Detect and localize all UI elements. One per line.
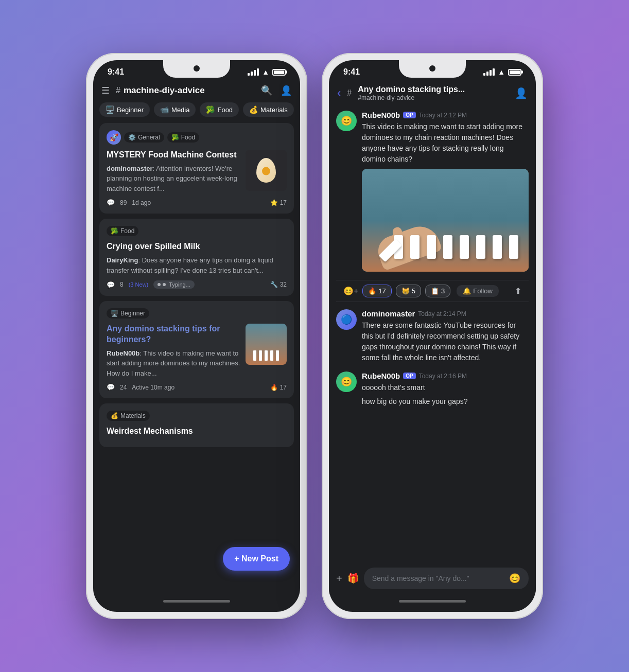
members-icon-right[interactable]: 👤 bbox=[515, 87, 528, 99]
post-card-spilled-milk[interactable]: 🥦 Food Crying over Spilled Milk DairyKin… bbox=[99, 219, 294, 296]
domino-8 bbox=[509, 235, 518, 259]
post-tags-1: 🚀 ⚙️ General 🥦 Food bbox=[107, 130, 287, 145]
post-footer-2: 💬 8 (3 New) Typing... 🔧 32 bbox=[107, 280, 287, 289]
comment-icon-2: 💬 bbox=[107, 281, 115, 289]
domino-scene bbox=[362, 169, 529, 272]
post-title-4: Weirdest Mechanisms bbox=[107, 426, 287, 437]
status-time-left: 9:41 bbox=[108, 67, 124, 77]
post-preview-1: dominomaster: Attention inventors! We're… bbox=[107, 164, 240, 194]
filter-tab-food[interactable]: 🥦 Food bbox=[200, 102, 239, 117]
domino-6 bbox=[476, 235, 485, 259]
beginner-tag-icon: 🖥️ bbox=[111, 310, 118, 317]
share-button[interactable]: ⬆ bbox=[515, 286, 521, 296]
new-post-button[interactable]: + New Post bbox=[223, 547, 290, 571]
dominoes-row bbox=[377, 235, 518, 259]
fire-emoji-3: 🔥 bbox=[270, 384, 278, 391]
author-rubennob-1: RubeN00b bbox=[362, 111, 400, 119]
egg-yolk bbox=[262, 167, 270, 175]
fire-emoji: 🔥 bbox=[368, 287, 376, 295]
members-icon[interactable]: 👤 bbox=[281, 85, 292, 96]
signal-icon-right bbox=[483, 68, 495, 76]
message-text-3b: how big do you make your gaps? bbox=[362, 396, 529, 407]
new-comments-2: (3 New) bbox=[129, 281, 149, 288]
typing-dot-1 bbox=[158, 283, 161, 286]
post-title-1: MYSTERY Food Machine Contest bbox=[107, 150, 240, 161]
reaction-clipboard[interactable]: 📋 3 bbox=[425, 285, 450, 297]
cat-emoji: 😸 bbox=[401, 287, 410, 295]
post-text-2: Crying over Spilled Milk DairyKing: Does… bbox=[107, 241, 287, 275]
message-input-bar: + 🎁 Send a message in "Any do..." 😊 bbox=[329, 562, 536, 594]
back-button[interactable]: ‹ bbox=[337, 86, 341, 100]
follow-button[interactable]: 🔔 Follow bbox=[457, 285, 499, 297]
post-tag-food-2: 🥦 Food bbox=[107, 226, 138, 236]
media-tab-label: Media bbox=[171, 106, 189, 114]
menu-icon[interactable]: ☰ bbox=[101, 85, 110, 96]
post-author-3: RubeN00b bbox=[107, 349, 139, 357]
typing-text: Typing... bbox=[169, 281, 190, 288]
post-preview-2: DairyKing: Does anyone have any tips on … bbox=[107, 255, 287, 275]
reaction-cat[interactable]: 😸 5 bbox=[396, 285, 421, 297]
home-bar-line-left bbox=[163, 600, 230, 603]
thread-header: ‹ # Any domino stacking tips... #machine… bbox=[329, 81, 536, 107]
post-title-3: Any domino stacking tips for beginners? bbox=[107, 324, 240, 345]
signal-icon bbox=[248, 68, 259, 76]
post-card-mystery-food[interactable]: 🚀 ⚙️ General 🥦 Food MYSTERY Food Machine bbox=[99, 123, 294, 214]
right-phone: 9:41 ▲ ‹ # Any domino stacking bbox=[322, 53, 543, 619]
home-bar-left bbox=[93, 594, 300, 612]
gift-icon[interactable]: 🎁 bbox=[347, 573, 359, 584]
thread-subtitle: #machine-diy-advice bbox=[358, 94, 509, 101]
avatar-rubennob-2: 😊 bbox=[336, 372, 357, 392]
filter-tab-media[interactable]: 📹 Media bbox=[154, 102, 196, 117]
post-text-3: Any domino stacking tips for beginners? … bbox=[107, 324, 240, 378]
thumb-domino-2 bbox=[259, 350, 262, 361]
filter-tab-materials[interactable]: 💰 Materials bbox=[243, 102, 294, 117]
filter-tab-beginner[interactable]: 🖥️ Beginner bbox=[99, 102, 150, 117]
message-text-3a: oooooh that's smart bbox=[362, 382, 529, 393]
comment-count-3: 24 bbox=[120, 384, 127, 391]
domino-5 bbox=[460, 235, 469, 259]
emoji-picker-icon[interactable]: 😊 bbox=[509, 573, 520, 584]
battery-icon-right bbox=[508, 69, 521, 76]
add-reaction-btn[interactable]: 😊+ bbox=[343, 286, 358, 296]
status-icons-left: ▲ bbox=[248, 68, 286, 76]
avatar-dominomaster: 🔵 bbox=[336, 309, 357, 330]
comment-count-1: 89 bbox=[120, 199, 127, 206]
reaction-fire[interactable]: 🔥 17 bbox=[362, 285, 391, 297]
domino-7 bbox=[493, 235, 502, 259]
post-tags-2: 🥦 Food bbox=[107, 226, 287, 236]
food-tab-icon: 🥦 bbox=[206, 105, 215, 114]
post-card-materials[interactable]: 💰 Materials Weirdest Mechanisms bbox=[99, 403, 294, 447]
post-card-domino[interactable]: 🖥️ Beginner Any domino stacking tips for… bbox=[99, 301, 294, 398]
post-author-2: DairyKing bbox=[107, 256, 138, 264]
message-placeholder: Send a message in "Any do..." bbox=[372, 574, 509, 582]
channel-name-text: machine-diy-advice bbox=[124, 85, 205, 96]
message-input-field[interactable]: Send a message in "Any do..." 😊 bbox=[364, 568, 529, 589]
channel-name: # machine-diy-advice bbox=[116, 85, 255, 96]
thumb-domino-5 bbox=[276, 350, 279, 361]
food-tag-icon-2: 🥦 bbox=[111, 227, 118, 235]
thumb-domino-3 bbox=[265, 350, 268, 361]
thread-icon: # bbox=[347, 89, 352, 98]
posts-feed: 🚀 ⚙️ General 🥦 Food MYSTERY Food Machine bbox=[93, 123, 300, 594]
post-content-2: Crying over Spilled Milk DairyKing: Does… bbox=[107, 241, 287, 275]
add-attachment-icon[interactable]: + bbox=[336, 573, 342, 585]
post-tags-3: 🖥️ Beginner bbox=[107, 308, 287, 319]
camera-right bbox=[429, 65, 435, 72]
clipboard-emoji: 📋 bbox=[431, 287, 439, 295]
comment-icon-1: 💬 bbox=[107, 199, 115, 206]
search-icon[interactable]: 🔍 bbox=[261, 85, 272, 96]
post-text-1: MYSTERY Food Machine Contest dominomaste… bbox=[107, 150, 240, 193]
thread-messages: 😊 RubeN00b OP Today at 2:12 PM This vide… bbox=[329, 107, 536, 562]
post-avatar-1: 🚀 bbox=[107, 130, 121, 145]
fire-count: 17 bbox=[378, 287, 386, 295]
thumb-domino-4 bbox=[270, 350, 273, 361]
post-author-1: dominomaster bbox=[107, 165, 153, 172]
post-tag-materials: 💰 Materials bbox=[107, 411, 150, 421]
domino-3 bbox=[427, 235, 436, 259]
materials-tab-label: Materials bbox=[260, 106, 288, 114]
camera bbox=[194, 65, 200, 72]
comment-icon-3: 💬 bbox=[107, 383, 115, 391]
message-3: 😊 RubeN00b OP Today at 2:16 PM oooooh th… bbox=[336, 372, 529, 407]
materials-tab-icon: 💰 bbox=[249, 105, 258, 114]
thread-title: Any domino stacking tips... bbox=[358, 85, 509, 94]
